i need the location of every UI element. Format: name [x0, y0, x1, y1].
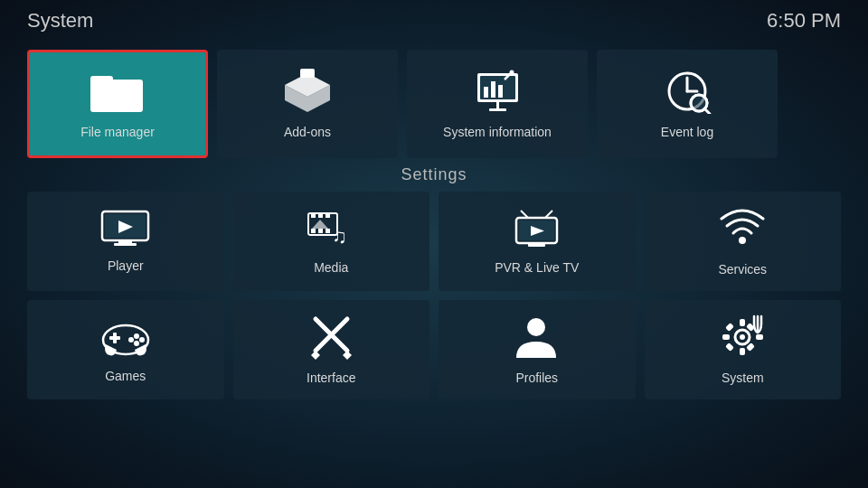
- svg-rect-56: [740, 319, 745, 326]
- tile-media[interactable]: ♫ Media: [233, 192, 430, 291]
- svg-rect-31: [318, 229, 323, 233]
- svg-rect-1: [90, 76, 113, 85]
- header: System 6:50 PM: [0, 0, 868, 42]
- svg-rect-44: [113, 333, 117, 343]
- event-log-icon: [663, 69, 712, 117]
- tile-event-log-label: Event log: [661, 125, 713, 139]
- svg-rect-39: [528, 243, 545, 247]
- svg-marker-51: [311, 351, 320, 360]
- tile-pvr-live-tv-label: PVR & Live TV: [495, 260, 579, 275]
- media-icon: ♫: [307, 209, 356, 253]
- svg-rect-60: [725, 323, 734, 332]
- player-icon: [100, 210, 150, 251]
- svg-rect-10: [496, 102, 499, 109]
- profiles-icon: [512, 314, 561, 363]
- tile-add-ons-label: Add-ons: [284, 125, 331, 139]
- tile-games[interactable]: Games: [27, 300, 224, 399]
- pvr-icon: [512, 209, 561, 253]
- tile-services[interactable]: Services: [645, 192, 842, 291]
- svg-point-47: [134, 341, 139, 346]
- tile-pvr-live-tv[interactable]: PVR & Live TV: [439, 192, 636, 291]
- tile-event-log[interactable]: Event log: [597, 50, 778, 158]
- top-row: File manager Add-ons: [27, 50, 841, 158]
- svg-rect-9: [498, 85, 503, 98]
- tile-profiles-label: Profiles: [515, 371, 558, 385]
- tile-system-information-label: System information: [443, 125, 552, 139]
- svg-point-45: [134, 333, 139, 339]
- tile-profiles[interactable]: Profiles: [439, 300, 636, 399]
- folder-icon: [90, 69, 145, 117]
- tile-add-ons[interactable]: Add-ons: [217, 50, 398, 158]
- settings-grid: Player: [27, 192, 841, 399]
- tile-system-label: System: [722, 371, 764, 385]
- svg-rect-57: [740, 348, 745, 355]
- addons-icon: [283, 69, 333, 117]
- tile-media-label: Media: [314, 260, 348, 275]
- clock: 6:50 PM: [767, 9, 841, 33]
- svg-marker-52: [343, 351, 352, 360]
- system-icon: [718, 314, 768, 363]
- settings-section: Settings Player: [27, 165, 841, 399]
- svg-text:♫: ♫: [332, 225, 347, 248]
- tile-services-label: Services: [718, 262, 767, 277]
- svg-rect-7: [484, 87, 488, 98]
- svg-rect-30: [311, 229, 316, 233]
- tile-player-label: Player: [108, 258, 144, 273]
- tile-system-information[interactable]: System information: [407, 50, 588, 158]
- svg-rect-8: [491, 81, 495, 98]
- main-content: File manager Add-ons: [0, 41, 868, 488]
- svg-rect-28: [318, 213, 323, 218]
- interface-icon: [307, 314, 356, 363]
- tile-games-label: Games: [105, 369, 146, 383]
- tile-interface-label: Interface: [307, 371, 355, 385]
- svg-point-13: [509, 70, 514, 75]
- tile-player[interactable]: Player: [27, 192, 224, 291]
- svg-point-55: [740, 334, 745, 340]
- svg-rect-11: [489, 108, 506, 111]
- tile-interface[interactable]: Interface: [233, 300, 430, 399]
- svg-rect-23: [118, 240, 132, 243]
- svg-rect-32: [326, 229, 330, 233]
- svg-rect-61: [725, 343, 734, 352]
- games-icon: [99, 317, 153, 361]
- svg-rect-24: [114, 243, 137, 246]
- svg-marker-33: [312, 220, 328, 229]
- services-icon: [718, 206, 768, 255]
- system-info-icon: [473, 69, 523, 117]
- svg-point-53: [527, 318, 545, 336]
- page-title: System: [27, 9, 93, 33]
- svg-point-41: [739, 237, 746, 244]
- svg-point-48: [128, 337, 134, 343]
- svg-rect-59: [756, 334, 763, 340]
- svg-rect-4: [300, 69, 315, 78]
- svg-point-46: [139, 337, 145, 343]
- svg-rect-27: [311, 213, 316, 218]
- tile-file-manager-label: File manager: [80, 125, 155, 139]
- settings-header: Settings: [27, 165, 841, 184]
- tile-system[interactable]: System: [645, 300, 842, 399]
- tile-file-manager[interactable]: File manager: [27, 50, 208, 158]
- svg-rect-58: [722, 334, 730, 340]
- svg-rect-29: [326, 213, 330, 218]
